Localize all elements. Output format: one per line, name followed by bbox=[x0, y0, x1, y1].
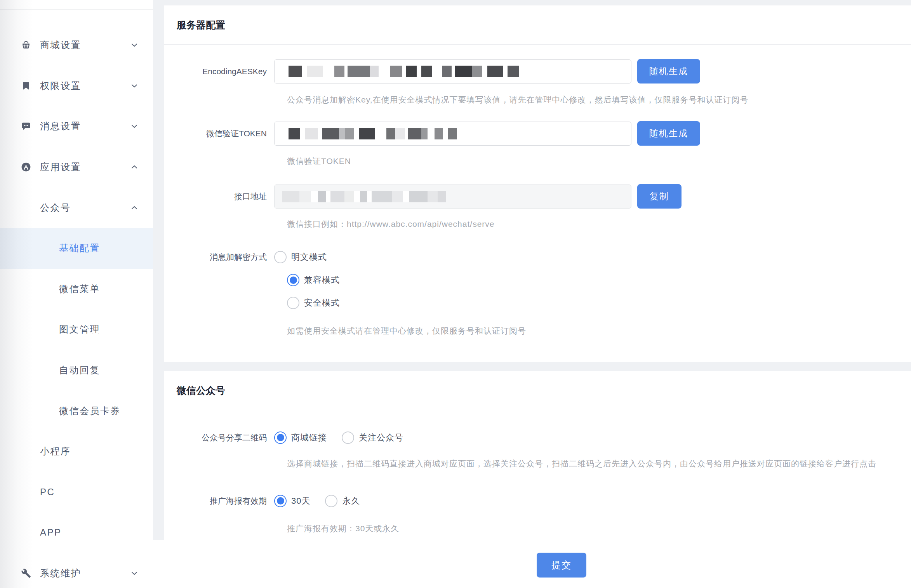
field-help: 推广海报有效期：30天或永久 bbox=[287, 523, 911, 534]
wechat-official-card: 微信公众号 公众号分享二维码 商城链接 关注公众号 选择商城链接，扫描二维码直接… bbox=[164, 371, 911, 540]
sidebar-item-label: 自动回复 bbox=[59, 364, 100, 376]
radio-option-plain-mode[interactable]: 明文模式 bbox=[274, 251, 327, 263]
basket-icon bbox=[21, 40, 31, 50]
sidebar-item-permission-settings[interactable]: 权限设置 bbox=[0, 66, 153, 106]
wrench-icon bbox=[21, 568, 31, 578]
radio-button[interactable] bbox=[342, 431, 354, 444]
radio-button[interactable] bbox=[274, 431, 287, 444]
submit-bar: 提交 bbox=[153, 540, 911, 588]
field-label: 公众号分享二维码 bbox=[177, 432, 267, 443]
field-label: 微信验证TOKEN bbox=[177, 128, 267, 139]
random-generate-button[interactable]: 随机生成 bbox=[637, 59, 700, 84]
field-help: 微信验证TOKEN bbox=[287, 156, 911, 166]
sidebar-item-app-settings[interactable]: 应用设置 bbox=[0, 147, 153, 188]
api-address-input bbox=[274, 184, 631, 209]
sidebar-item-message-settings[interactable]: 消息设置 bbox=[0, 106, 153, 147]
bookmark-icon bbox=[21, 81, 31, 91]
encoding-aes-key-input[interactable] bbox=[274, 59, 631, 84]
wechat-token-input[interactable] bbox=[274, 122, 631, 146]
field-label: EncodingAESKey bbox=[177, 67, 267, 76]
form-row-api-address: 接口地址 复制 bbox=[177, 184, 911, 209]
main-content: 服务器配置 EncodingAESKey 随机生成 公众号消息加解密Key,在使… bbox=[164, 5, 911, 540]
radio-option-mall-link[interactable]: 商城链接 bbox=[274, 431, 327, 444]
radio-label: 兼容模式 bbox=[304, 274, 340, 286]
radio-label: 安全模式 bbox=[304, 297, 340, 309]
sidebar-item-pc[interactable]: PC bbox=[0, 472, 153, 513]
chevron-down-icon bbox=[130, 122, 139, 131]
sidebar-item-label: APP bbox=[40, 527, 62, 538]
radio-button[interactable] bbox=[274, 251, 287, 263]
sidebar-item-app[interactable]: APP bbox=[0, 512, 153, 553]
sidebar: 商城设置 权限设置 消息设置 bbox=[0, 0, 153, 588]
sidebar-item-label: 图文管理 bbox=[59, 323, 100, 336]
radio-option-30-days[interactable]: 30天 bbox=[274, 495, 310, 507]
sidebar-menu: 商城设置 权限设置 消息设置 bbox=[0, 25, 153, 588]
sidebar-item-label: 应用设置 bbox=[40, 161, 81, 173]
form-row-encrypt-mode: 消息加解密方式 明文模式 bbox=[177, 251, 911, 263]
sidebar-item-basic-config[interactable]: 基础配置 bbox=[0, 228, 153, 269]
random-generate-button[interactable]: 随机生成 bbox=[637, 121, 700, 146]
form-row-wechat-token: 微信验证TOKEN 随机生成 bbox=[177, 121, 911, 146]
redacted-value bbox=[282, 191, 446, 202]
radio-button[interactable] bbox=[274, 495, 287, 507]
sidebar-item-label: PC bbox=[40, 487, 55, 498]
sidebar-item-label: 权限设置 bbox=[40, 80, 81, 92]
field-help: 如需使用安全模式请在管理中心修改，仅限服务号和认证订阅号 bbox=[287, 325, 911, 336]
redacted-value bbox=[289, 66, 519, 77]
chevron-down-icon bbox=[130, 569, 139, 578]
sidebar-item-system-maintenance[interactable]: 系统维护 bbox=[0, 553, 153, 588]
sidebar-item-label: 基础配置 bbox=[59, 242, 100, 254]
sidebar-item-wechat-menu[interactable]: 微信菜单 bbox=[0, 269, 153, 310]
form-row-poster-validity: 推广海报有效期 30天 永久 bbox=[177, 494, 911, 507]
sidebar-item-mini-program[interactable]: 小程序 bbox=[0, 431, 153, 472]
radio-label: 30天 bbox=[291, 495, 310, 507]
radio-button[interactable] bbox=[325, 495, 337, 507]
sidebar-item-label: 消息设置 bbox=[40, 120, 81, 132]
radio-label: 商城链接 bbox=[291, 432, 327, 444]
sidebar-item-auto-reply[interactable]: 自动回复 bbox=[0, 350, 153, 391]
redacted-value bbox=[289, 128, 457, 139]
radio-option-forever[interactable]: 永久 bbox=[325, 495, 360, 507]
section-title-server-config: 服务器配置 bbox=[164, 5, 911, 45]
form-row-encoding-aes-key: EncodingAESKey 随机生成 bbox=[177, 59, 911, 84]
radio-button[interactable] bbox=[287, 297, 299, 309]
field-help: 公众号消息加解密Key,在使用安全模式情况下要填写该值，请先在管理中心修改，然后… bbox=[287, 94, 911, 105]
sidebar-header-divider bbox=[0, 0, 153, 10]
radio-option-secure-mode[interactable]: 安全模式 bbox=[287, 297, 911, 309]
field-label: 接口地址 bbox=[177, 191, 267, 202]
radio-option-compatible-mode[interactable]: 兼容模式 bbox=[287, 274, 911, 286]
copy-button[interactable]: 复制 bbox=[637, 184, 682, 209]
section-title-wechat-official: 微信公众号 bbox=[164, 371, 911, 410]
radio-button[interactable] bbox=[287, 274, 299, 286]
form-row-share-qrcode: 公众号分享二维码 商城链接 关注公众号 bbox=[177, 431, 911, 444]
radio-label: 关注公众号 bbox=[359, 432, 403, 444]
field-label: 消息加解密方式 bbox=[177, 252, 267, 263]
server-config-card: 服务器配置 EncodingAESKey 随机生成 公众号消息加解密Key,在使… bbox=[164, 5, 911, 362]
chevron-down-icon bbox=[130, 81, 139, 90]
sidebar-item-mall-settings[interactable]: 商城设置 bbox=[0, 25, 153, 66]
field-help: 微信接口例如：http://www.abc.com/api/wechat/ser… bbox=[287, 219, 911, 229]
message-icon bbox=[21, 121, 31, 131]
radio-label: 明文模式 bbox=[291, 251, 327, 263]
sidebar-item-wechat-member-card[interactable]: 微信会员卡券 bbox=[0, 390, 153, 431]
sidebar-item-label: 小程序 bbox=[40, 445, 71, 458]
chevron-up-icon bbox=[130, 162, 139, 172]
sidebar-item-label: 商城设置 bbox=[40, 39, 81, 51]
sidebar-item-label: 微信菜单 bbox=[59, 283, 100, 295]
radio-label: 永久 bbox=[342, 495, 360, 507]
sidebar-item-official-account[interactable]: 公众号 bbox=[0, 187, 153, 228]
submit-button[interactable]: 提交 bbox=[537, 553, 586, 578]
sidebar-item-label: 公众号 bbox=[40, 202, 71, 214]
appstore-icon bbox=[21, 162, 31, 172]
sidebar-item-label: 微信会员卡券 bbox=[59, 405, 121, 417]
radio-option-follow-official[interactable]: 关注公众号 bbox=[342, 431, 403, 444]
sidebar-item-article-manage[interactable]: 图文管理 bbox=[0, 309, 153, 350]
field-label: 推广海报有效期 bbox=[177, 496, 267, 506]
chevron-up-icon bbox=[130, 203, 139, 212]
sidebar-item-label: 系统维护 bbox=[40, 567, 81, 579]
chevron-down-icon bbox=[130, 40, 139, 50]
field-help: 选择商城链接，扫描二维码直接进入商城对应页面，选择关注公众号，扫描二维码之后先进… bbox=[287, 458, 911, 469]
